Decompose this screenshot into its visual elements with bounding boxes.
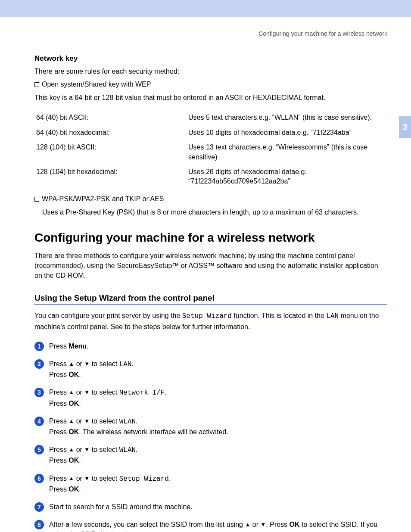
step-body: Press ▲ or ▼ to select LAN. Press OK.	[49, 359, 387, 380]
text: or	[250, 521, 260, 528]
cell-value: Uses 26 digits of hexadecimal datae.g. “…	[187, 165, 387, 189]
table-row: 64 (40) bit ASCII: Uses 5 text character…	[34, 110, 387, 125]
step-number-icon: 4	[34, 417, 44, 426]
nk-desc-2: Uses a Pre-Shared Key (PSK) that is 8 or…	[42, 207, 387, 217]
step-number-icon: 7	[34, 502, 44, 512]
text: Press	[49, 457, 68, 464]
step-body: Press ▲ or ▼ to select Network I/F. Pres…	[49, 387, 387, 408]
text: to select	[90, 446, 119, 453]
text: .	[79, 371, 81, 378]
down-arrow-icon: ▼	[84, 446, 90, 453]
text: or	[74, 389, 84, 396]
step-4: 4 Press ▲ or ▼ to select WLAN. Press OK.…	[34, 416, 387, 437]
down-arrow-icon: ▼	[84, 361, 90, 367]
cell-label: 128 (104) bit ASCII:	[34, 140, 187, 165]
text: Press	[49, 371, 68, 378]
step-number-icon: 2	[34, 359, 44, 369]
cell-value: Uses 13 text characters.e.g. “Wirelessco…	[187, 140, 387, 165]
chapter-tab: 3	[399, 116, 411, 138]
nk-bullet-2-text: WPA-PSK/WPA2-PSK and TKIP or AES	[42, 195, 164, 202]
mono-text: Network I/F	[119, 389, 165, 397]
text: . The wireless network interface will be…	[79, 428, 228, 436]
network-key-heading: Network key	[34, 54, 387, 63]
text: to select	[90, 389, 119, 396]
text: to select	[90, 475, 119, 482]
text: or	[74, 360, 84, 367]
mono-text: WLAN	[119, 446, 136, 454]
cell-label: 128 (104) bit hexadecimal:	[34, 165, 187, 189]
square-bullet-icon	[34, 197, 39, 202]
bold-text: OK	[68, 371, 79, 378]
step-7: 7 Start to search for a SSID around the …	[34, 502, 387, 512]
text: .	[79, 400, 81, 407]
up-arrow-icon: ▲	[68, 418, 74, 424]
mono-text: LAN	[326, 312, 339, 320]
text: .	[79, 457, 81, 464]
text: .	[79, 485, 81, 493]
step-number-icon: 5	[34, 445, 44, 454]
section-intro: There are three methods to configure you…	[34, 251, 387, 281]
step-body: Press ▲ or ▼ to select WLAN. Press OK. T…	[49, 416, 387, 437]
cell-value: Uses 10 digits of hexadecimal data.e.g. …	[187, 125, 387, 140]
text: Press	[49, 360, 68, 367]
running-head: Configuring your machine for a wireless …	[0, 17, 411, 37]
text: You can configure your print server by u…	[34, 312, 182, 319]
mono-text: Setup Wizard	[182, 312, 232, 320]
text: to select	[90, 360, 119, 367]
text: .	[87, 342, 88, 350]
nk-bullet-2: WPA-PSK/WPA2-PSK and TKIP or AES	[34, 195, 387, 203]
cell-label: 64 (40) bit ASCII:	[34, 110, 187, 125]
step-1: 1 Press Menu.	[34, 341, 387, 351]
text: Press	[49, 417, 68, 425]
up-arrow-icon: ▲	[68, 361, 74, 367]
page-content: Network key There are some rules for eac…	[0, 37, 411, 532]
text: Press	[49, 446, 68, 453]
subsection-intro: You can configure your print server by u…	[34, 311, 387, 331]
key-format-table: 64 (40) bit ASCII: Uses 5 text character…	[34, 110, 387, 189]
up-arrow-icon: ▲	[245, 521, 250, 528]
step-number-icon: 3	[34, 388, 44, 397]
text: Press	[49, 400, 68, 407]
step-body: Press ▲ or ▼ to select Setup Wizard. Pre…	[49, 473, 387, 494]
table-row: 64 (40) bit hexadecimal: Uses 10 digits …	[34, 125, 387, 140]
bold-text: OK	[68, 457, 79, 464]
mono-text: LAN	[119, 361, 132, 368]
bold-text: Menu	[68, 342, 87, 350]
text: Press	[49, 475, 68, 482]
text: to select	[90, 417, 119, 425]
down-arrow-icon: ▼	[84, 389, 90, 395]
text: or	[74, 446, 84, 453]
text: .	[132, 360, 134, 367]
step-8: 8 After a few seconds, you can select th…	[34, 520, 387, 532]
steps-list: 1 Press Menu. 2 Press ▲ or ▼ to select L…	[34, 341, 387, 532]
cell-value: Uses 5 text characters.e.g. “WLLAN” (thi…	[187, 110, 387, 125]
bold-text: OK	[68, 485, 79, 493]
mono-text: Setup Wizard	[119, 475, 169, 483]
down-arrow-icon: ▼	[260, 521, 266, 528]
text: .	[165, 389, 166, 396]
table-row: 128 (104) bit ASCII: Uses 13 text charac…	[34, 140, 387, 165]
down-arrow-icon: ▼	[84, 475, 90, 482]
nk-bullet-1-text: Open system/Shared key with WEP	[42, 81, 151, 88]
step-3: 3 Press ▲ or ▼ to select Network I/F. Pr…	[34, 387, 387, 408]
square-bullet-icon	[34, 82, 39, 87]
text: Press	[49, 342, 68, 350]
table-row: 128 (104) bit hexadecimal: Uses 26 digit…	[34, 165, 387, 189]
nk-desc-1: This key is a 64-bit or 128-bit value th…	[34, 93, 387, 103]
mono-text: WLAN	[119, 418, 136, 426]
step-number-icon: 8	[34, 520, 44, 529]
section-title: Configuring your machine for a wireless …	[34, 231, 387, 245]
text: or	[74, 417, 84, 425]
bold-text: OK	[68, 428, 79, 436]
cell-label: 64 (40) bit hexadecimal:	[34, 125, 187, 140]
bold-text: OK	[68, 400, 79, 407]
step-number-icon: 6	[34, 474, 44, 483]
text: or	[74, 475, 84, 482]
subsection-title: Using the Setup Wizard from the control …	[34, 293, 387, 305]
step-body: Start to search for a SSID around the ma…	[49, 502, 387, 512]
bold-text: OK	[290, 521, 300, 528]
text: Press	[49, 428, 68, 436]
up-arrow-icon: ▲	[68, 475, 74, 482]
step-number-icon: 1	[34, 342, 44, 351]
step-6: 6 Press ▲ or ▼ to select Setup Wizard. P…	[34, 473, 387, 494]
